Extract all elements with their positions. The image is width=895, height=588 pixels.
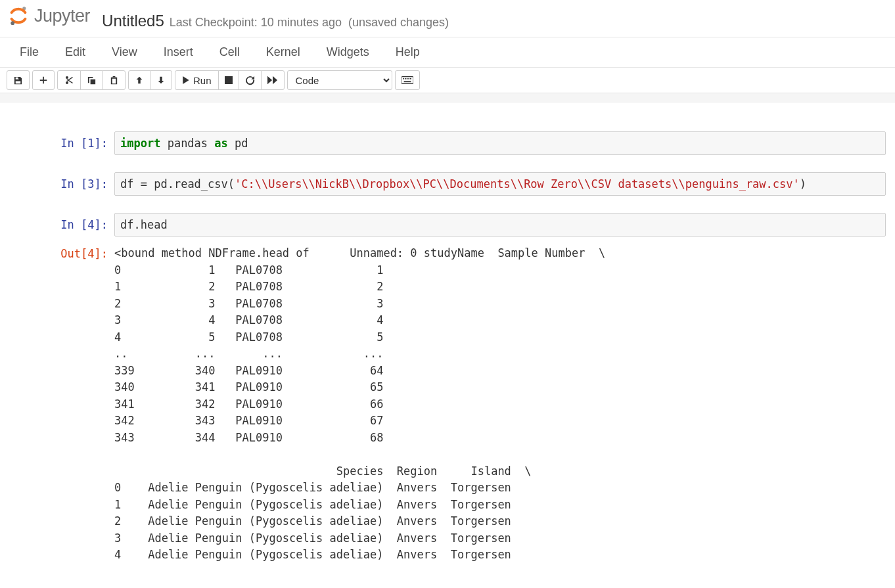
- jupyter-logo-text: Jupyter: [34, 6, 90, 26]
- arrow-up-icon: [135, 76, 144, 85]
- plus-icon: [39, 76, 48, 85]
- interrupt-button[interactable]: [218, 70, 239, 90]
- paste-button[interactable]: [103, 70, 126, 90]
- svg-rect-4: [403, 78, 404, 79]
- menu-edit[interactable]: Edit: [52, 39, 99, 66]
- arrow-down-icon: [156, 76, 166, 85]
- play-icon: [182, 76, 189, 84]
- menu-view[interactable]: View: [99, 39, 150, 66]
- svg-rect-5: [404, 78, 405, 79]
- output-prompt: Out[4]:: [9, 242, 114, 564]
- input-prompt: In [1]:: [9, 131, 114, 155]
- restart-icon: [245, 76, 255, 85]
- fast-forward-icon: [267, 76, 278, 85]
- code-cell[interactable]: In [3]: df = pd.read_csv('C:\\Users\\Nic…: [0, 170, 895, 198]
- jupyter-logo[interactable]: Jupyter: [8, 5, 90, 26]
- notebook-title[interactable]: Untitled5: [102, 12, 164, 30]
- menu-kernel[interactable]: Kernel: [253, 39, 313, 66]
- svg-rect-9: [403, 81, 411, 82]
- keyboard-icon: [402, 76, 413, 84]
- jupyter-logo-icon: [8, 5, 29, 26]
- svg-rect-6: [406, 78, 407, 79]
- save-icon: [13, 76, 23, 85]
- svg-point-1: [11, 21, 14, 25]
- menu-file[interactable]: File: [7, 39, 52, 66]
- stop-icon: [225, 76, 233, 84]
- input-prompt: In [4]:: [9, 213, 114, 237]
- move-up-button[interactable]: [128, 70, 150, 90]
- paste-icon: [109, 76, 119, 85]
- command-palette-button[interactable]: [395, 70, 420, 90]
- restart-button[interactable]: [239, 70, 262, 90]
- move-down-button[interactable]: [150, 70, 172, 90]
- save-button[interactable]: [7, 70, 30, 90]
- restart-run-all-button[interactable]: [261, 70, 285, 90]
- svg-rect-8: [410, 78, 411, 79]
- code-input[interactable]: df = pd.read_csv('C:\\Users\\NickB\\Drop…: [114, 172, 886, 196]
- checkpoint-text: Last Checkpoint: 10 minutes ago (unsaved…: [170, 16, 449, 30]
- svg-rect-3: [402, 77, 413, 84]
- code-cell[interactable]: In [4]: df.head: [0, 210, 895, 239]
- menu-help[interactable]: Help: [382, 39, 433, 66]
- svg-rect-7: [408, 78, 409, 79]
- code-input[interactable]: import pandas as pd: [114, 131, 886, 155]
- run-button-label: Run: [193, 75, 212, 86]
- output-text: <bound method NDFrame.head of Unnamed: 0…: [114, 242, 886, 564]
- copy-icon: [87, 76, 97, 85]
- code-input[interactable]: df.head: [114, 213, 886, 237]
- output-cell: Out[4]: <bound method NDFrame.head of Un…: [0, 239, 895, 566]
- cut-button[interactable]: [57, 70, 81, 90]
- add-cell-button[interactable]: [32, 70, 55, 90]
- input-prompt: In [3]:: [9, 172, 114, 196]
- toolbar: Run Code: [0, 68, 895, 93]
- run-button[interactable]: Run: [175, 70, 219, 90]
- copy-button[interactable]: [80, 70, 103, 90]
- menu-cell[interactable]: Cell: [206, 39, 253, 66]
- menu-widgets[interactable]: Widgets: [313, 39, 382, 66]
- scissors-icon: [64, 75, 74, 85]
- menubar: File Edit View Insert Cell Kernel Widget…: [0, 37, 895, 68]
- notebook-gap: [0, 93, 895, 102]
- menu-insert[interactable]: Insert: [150, 39, 206, 66]
- code-cell[interactable]: In [1]: import pandas as pd: [0, 129, 895, 158]
- svg-rect-2: [225, 76, 233, 84]
- header: Jupyter Untitled5 Last Checkpoint: 10 mi…: [0, 0, 895, 37]
- cell-type-select[interactable]: Code: [287, 70, 392, 90]
- notebook: In [1]: import pandas as pd In [3]: df =…: [0, 102, 895, 588]
